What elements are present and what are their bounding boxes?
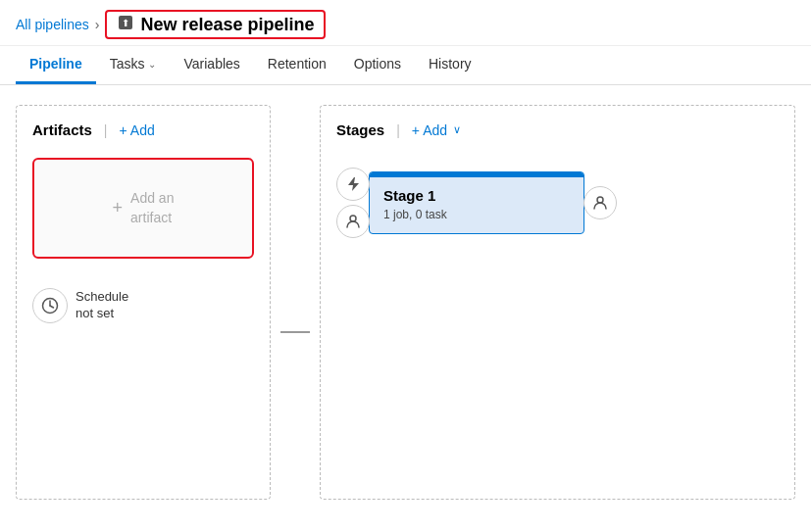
connector-line — [280, 331, 310, 333]
tab-history[interactable]: History — [415, 46, 485, 84]
tab-retention[interactable]: Retention — [254, 46, 340, 84]
schedule-icon[interactable] — [32, 288, 68, 323]
stages-panel: Stages | + Add ∨ — [320, 105, 795, 500]
tab-options[interactable]: Options — [340, 46, 415, 84]
stage-card-wrapper: Stage 1 1 job, 0 task — [336, 168, 779, 238]
stage-card[interactable]: Stage 1 1 job, 0 task — [369, 171, 584, 234]
add-artifact-text: Add an artifact — [130, 189, 174, 227]
stages-add-button[interactable]: + Add ∨ — [412, 122, 461, 138]
add-artifact-box[interactable]: + Add an artifact — [32, 158, 254, 259]
add-artifact-plus-icon: + — [113, 198, 124, 218]
svg-point-6 — [597, 197, 603, 203]
tab-variables[interactable]: Variables — [170, 46, 253, 84]
stage-card-body: Stage 1 1 job, 0 task — [370, 177, 583, 233]
nav-tabs: Pipeline Tasks ⌄ Variables Retention Opt… — [0, 46, 811, 85]
stages-add-chevron: ∨ — [453, 123, 461, 136]
main-content: Artifacts | + Add + Add an artifact Sche… — [0, 85, 811, 519]
stages-header: Stages | + Add ∨ — [336, 121, 779, 138]
connector — [271, 164, 320, 500]
artifacts-header: Artifacts | + Add — [32, 121, 254, 138]
pipeline-title-box: ⬆ New release pipeline — [105, 10, 326, 39]
stage-person-right-icon[interactable] — [583, 186, 617, 219]
stage-info: 1 job, 0 task — [383, 208, 570, 221]
stages-divider: | — [396, 122, 400, 138]
artifacts-add-button[interactable]: + Add — [120, 122, 155, 138]
pipeline-icon: ⬆ — [117, 14, 134, 35]
breadcrumb-separator: › — [95, 17, 100, 32]
schedule-box: Schedule not set — [32, 288, 254, 323]
svg-line-4 — [50, 306, 54, 308]
tab-tasks[interactable]: Tasks ⌄ — [96, 46, 171, 84]
artifacts-title: Artifacts — [32, 121, 92, 138]
svg-point-5 — [350, 216, 356, 221]
breadcrumb-all-pipelines[interactable]: All pipelines — [16, 17, 89, 32]
tab-pipeline[interactable]: Pipeline — [16, 46, 96, 84]
header: All pipelines › ⬆ New release pipeline — [0, 0, 811, 46]
tasks-chevron: ⌄ — [148, 59, 156, 70]
stage-name: Stage 1 — [383, 187, 570, 204]
stages-title: Stages — [336, 121, 384, 138]
pipeline-title: New release pipeline — [140, 15, 314, 35]
stage-left-icons — [336, 168, 370, 238]
stage-person-left-icon[interactable] — [336, 205, 370, 238]
schedule-text: Schedule not set — [76, 289, 128, 322]
stage-lightning-icon[interactable] — [336, 168, 370, 201]
artifacts-divider: | — [104, 122, 108, 138]
artifacts-panel: Artifacts | + Add + Add an artifact Sche… — [16, 105, 271, 500]
svg-text:⬆: ⬆ — [122, 18, 129, 28]
